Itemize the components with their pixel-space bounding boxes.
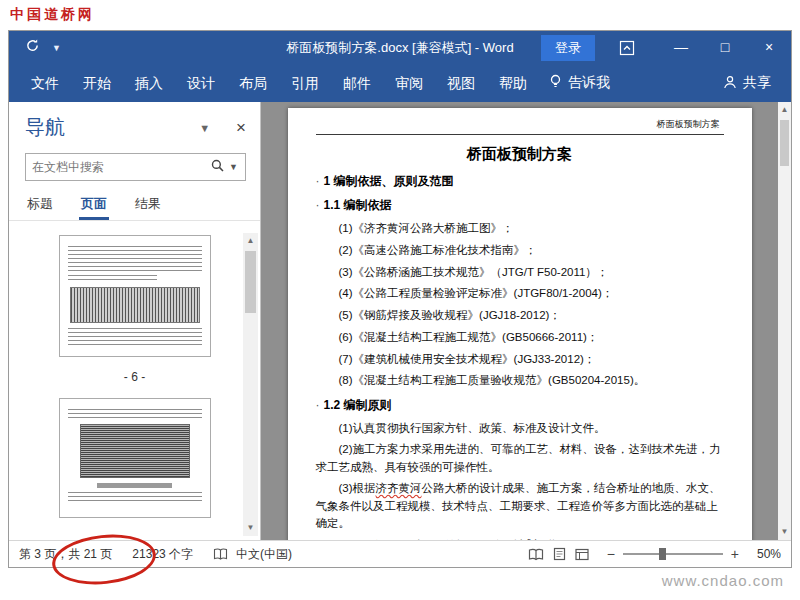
tab-design[interactable]: 设计 <box>175 64 227 102</box>
zoom-percentage[interactable]: 50% <box>747 547 781 561</box>
zoom-out-button[interactable]: − <box>607 547 615 561</box>
doc-scroll-track[interactable] <box>778 118 791 524</box>
principle-item: (4)在保证工程质量的前提下，确保计划工期。 <box>316 537 724 541</box>
nav-tab-pages[interactable]: 页面 <box>79 191 109 220</box>
nav-tab-headings[interactable]: 标题 <box>25 191 55 220</box>
scroll-up-icon[interactable]: ▲ <box>247 233 255 249</box>
navigation-header: 导航 ▼ × <box>9 102 260 143</box>
thumbnail-text-lines <box>68 275 158 282</box>
language-indicator[interactable]: 中文(中国) <box>236 546 292 563</box>
document-page[interactable]: 桥面板预制方案 桥面板预制方案 1 编制依据、原则及范围 1.1 编制依据 (1… <box>288 108 752 540</box>
tell-me-button[interactable]: 告诉我 <box>549 74 610 92</box>
document-title-text: 桥面板预制方案 <box>316 145 724 164</box>
scroll-down-icon[interactable]: ▼ <box>247 520 255 536</box>
tab-file[interactable]: 文件 <box>19 64 71 102</box>
tell-me-label: 告诉我 <box>568 74 610 92</box>
maximize-button[interactable]: □ <box>703 31 747 64</box>
zoom-in-button[interactable]: + <box>731 547 739 561</box>
nav-scroll-track[interactable] <box>243 249 258 520</box>
tab-home[interactable]: 开始 <box>71 64 123 102</box>
sign-in-button[interactable]: 登录 <box>541 35 595 61</box>
tab-review[interactable]: 审阅 <box>383 64 435 102</box>
tab-mailings[interactable]: 邮件 <box>331 64 383 102</box>
reference-item: (5)《钢筋焊接及验收规程》(JGJ18-2012)； <box>316 307 724 324</box>
heading-1: 1 编制依据、原则及范围 <box>316 172 724 190</box>
view-switcher <box>528 547 589 561</box>
principle-item: (2)施工方案力求采用先进的、可靠的工艺、材料、设备，达到技术先进，力求工艺成熟… <box>316 441 724 476</box>
navigation-tabs: 标题 页面 结果 <box>9 185 260 221</box>
thumbnail-caption-line <box>97 483 173 488</box>
zoom-slider-thumb[interactable] <box>659 548 666 560</box>
proofing-book-icon[interactable] <box>213 548 228 561</box>
reference-item: (1)《济齐黄河公路大桥施工图》； <box>316 220 724 237</box>
navigation-options-caret-icon[interactable]: ▼ <box>199 122 210 134</box>
reference-item: (3)《公路桥涵施工技术规范》（JTG/T F50-2011）； <box>316 264 724 281</box>
print-layout-icon[interactable] <box>553 547 566 561</box>
site-watermark-top: 中国道桥网 <box>10 6 95 24</box>
doc-scroll-thumb[interactable] <box>780 120 789 166</box>
page-thumbnail-6[interactable] <box>59 235 211 357</box>
read-mode-icon[interactable] <box>528 548 544 561</box>
thumbnail-text-lines <box>68 409 202 419</box>
scroll-down-icon[interactable]: ▼ <box>781 524 789 540</box>
close-button[interactable]: × <box>747 31 791 64</box>
heading-1-1: 1.1 编制依据 <box>316 196 724 214</box>
statusbar-right-group: − + 50% <box>528 547 781 561</box>
document-search-box[interactable]: ▼ <box>25 153 246 181</box>
page-thumbnail-7[interactable] <box>59 398 211 518</box>
reference-item: (2)《高速公路施工标准化技术指南》； <box>316 242 724 259</box>
navigation-pane: 导航 ▼ × ▼ 标题 页面 结果 <box>9 102 261 540</box>
word-window: ▼ 桥面板预制方案.docx [兼容模式] - Word 登录 — □ × 文件… <box>8 30 792 568</box>
text-run: (3)根据 <box>339 482 376 494</box>
title-bar: ▼ 桥面板预制方案.docx [兼容模式] - Word 登录 — □ × <box>9 31 791 64</box>
principle-item: (1)认真贯彻执行国家方针、政策、标准及设计文件。 <box>316 420 724 437</box>
nav-tab-results[interactable]: 结果 <box>133 191 163 220</box>
reference-item: (4)《公路工程质量检验评定标准》(JTGF80/1-2004)； <box>316 285 724 302</box>
sync-icon[interactable] <box>25 38 40 57</box>
quick-access-toolbar: ▼ <box>25 38 61 57</box>
tab-layout[interactable]: 布局 <box>227 64 279 102</box>
reference-item: (6)《混凝土结构工程施工规范》(GB50666-2011)； <box>316 329 724 346</box>
page-header-text: 桥面板预制方案 <box>316 116 724 135</box>
search-controls: ▼ <box>204 158 245 176</box>
share-label: 共享 <box>743 74 771 92</box>
share-button[interactable]: 共享 <box>723 74 771 92</box>
site-watermark-bottom: www.cndao.com <box>662 572 784 589</box>
web-layout-icon[interactable] <box>575 548 589 561</box>
tab-view[interactable]: 视图 <box>435 64 487 102</box>
document-scrollbar[interactable]: ▲ ▼ <box>778 102 791 540</box>
document-canvas: 桥面板预制方案 桥面板预制方案 1 编制依据、原则及范围 1.1 编制依据 (1… <box>261 102 791 540</box>
ribbon-display-options-icon[interactable] <box>619 40 635 56</box>
zoom-slider-track[interactable] <box>623 553 723 555</box>
thumbnail-text-lines <box>68 328 202 346</box>
minimize-button[interactable]: — <box>659 31 703 64</box>
tab-help[interactable]: 帮助 <box>487 64 539 102</box>
search-dropdown-caret-icon[interactable]: ▼ <box>229 162 238 172</box>
tab-references[interactable]: 引用 <box>279 64 331 102</box>
thumbnail-drawing-figure <box>80 424 190 478</box>
thumbnail-table-figure <box>70 287 200 323</box>
principle-item: (3)根据济齐黄河公路大桥的设计成果、施工方案，结合桥址的地质、水文、气象条件以… <box>316 480 724 532</box>
search-input[interactable] <box>26 160 204 174</box>
status-bar: 第 3 页，共 21 页 21323 个字 中文(中国) − <box>9 540 791 567</box>
scroll-up-icon[interactable]: ▲ <box>781 102 789 118</box>
nav-scroll-thumb[interactable] <box>245 251 256 313</box>
qat-customize-caret-icon[interactable]: ▼ <box>52 43 61 53</box>
page-thumbnails-panel: - 6 - ▲ ▼ <box>9 221 260 540</box>
navigation-close-icon[interactable]: × <box>236 119 246 136</box>
spellcheck-marked-text: 济齐黄河 <box>376 482 422 494</box>
ribbon-tab-row: 文件 开始 插入 设计 布局 引用 邮件 审阅 视图 帮助 告诉我 共享 <box>9 64 791 102</box>
thumbnail-text-lines <box>68 246 202 272</box>
titlebar-controls: 登录 — □ × <box>541 31 791 64</box>
nav-scrollbar[interactable]: ▲ ▼ <box>243 233 258 536</box>
page-number-indicator[interactable]: 第 3 页，共 21 页 <box>19 546 112 563</box>
navigation-title: 导航 <box>25 114 65 141</box>
main-area: 导航 ▼ × ▼ 标题 页面 结果 <box>9 102 791 540</box>
zoom-control: − + 50% <box>607 547 781 561</box>
tab-insert[interactable]: 插入 <box>123 64 175 102</box>
word-count-indicator[interactable]: 21323 个字 <box>132 546 193 563</box>
heading-1-2: 1.2 编制原则 <box>316 396 724 414</box>
reference-item: (8)《混凝土结构工程施工质量验收规范》(GB50204-2015)。 <box>316 372 724 389</box>
search-icon[interactable] <box>211 158 224 176</box>
lightbulb-icon <box>549 74 562 92</box>
